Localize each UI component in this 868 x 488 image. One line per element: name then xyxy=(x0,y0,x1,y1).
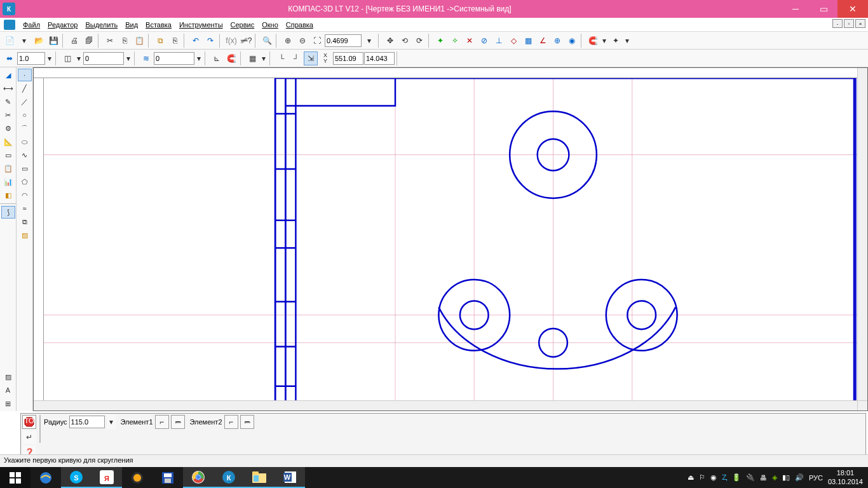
grid-dd[interactable]: ▾ xyxy=(260,51,268,65)
save-task-icon[interactable] xyxy=(153,467,183,488)
geometry-tab-icon[interactable]: ◢ xyxy=(1,69,15,81)
arc-tool-icon[interactable]: ⌒ xyxy=(18,122,32,135)
gather-tool-icon[interactable]: ⧉ xyxy=(18,215,32,228)
linestyle-icon[interactable]: ≋ xyxy=(139,51,153,65)
snap-mid-icon[interactable]: ✧ xyxy=(448,34,462,48)
open-button[interactable]: 📂 xyxy=(32,34,46,48)
explorer-icon[interactable] xyxy=(244,467,275,488)
copy-button[interactable]: ⎘ xyxy=(118,34,132,48)
menu-window[interactable]: Окно xyxy=(258,20,282,30)
aimp-icon[interactable] xyxy=(122,467,153,488)
magnet-icon[interactable]: 🧲 xyxy=(586,34,600,48)
dimensions-tab-icon[interactable]: ⟷ xyxy=(1,82,15,95)
layer-dd[interactable]: ▾ xyxy=(125,51,132,65)
close-button[interactable]: ✕ xyxy=(837,0,868,18)
circle-tool-icon[interactable]: ○ xyxy=(18,109,32,121)
tray-safely-remove-icon[interactable]: ⏏ xyxy=(688,473,694,482)
tray-zona-icon[interactable]: Ⱬ xyxy=(722,473,727,482)
tray-volume-icon[interactable]: 🔊 xyxy=(795,473,804,482)
equidist-tool-icon[interactable]: ≈ xyxy=(18,202,32,215)
kompas-task-icon[interactable]: К xyxy=(214,467,244,488)
elem2-trim-icon[interactable]: ⌐ xyxy=(224,415,238,429)
tray-flag-icon[interactable]: ⚐ xyxy=(699,473,705,482)
rectangle-tool-icon[interactable]: ▭ xyxy=(18,162,32,175)
menu-service[interactable]: Сервис xyxy=(227,20,259,30)
contour-tool-icon[interactable]: ◠ xyxy=(18,189,32,201)
radius-input[interactable] xyxy=(69,416,105,428)
chrome-icon[interactable] xyxy=(183,467,214,488)
zoom-window-button[interactable]: 🔍 xyxy=(260,34,274,48)
auto-create-icon[interactable]: ↵ xyxy=(22,430,36,444)
tray-shield-icon[interactable]: ◉ xyxy=(710,473,717,482)
params-tab-icon[interactable]: ⚙ xyxy=(1,122,15,135)
hatch-tool-icon[interactable]: ▨ xyxy=(1,370,15,383)
segment-tool-icon[interactable]: ／ xyxy=(18,95,32,108)
redo-button[interactable]: ↷ xyxy=(203,34,217,48)
snap-angle-icon[interactable]: ∠ xyxy=(536,34,550,48)
tray-lang[interactable]: РУС xyxy=(809,474,823,482)
new-button[interactable]: 📄 xyxy=(3,34,17,48)
pan-button[interactable]: ✥ xyxy=(383,34,397,48)
maximize-button[interactable]: ▭ xyxy=(810,0,837,18)
ortho-icon[interactable]: ⊾ xyxy=(210,51,224,65)
menu-insert[interactable]: Вставка xyxy=(142,20,175,30)
mdi-minimize[interactable]: - xyxy=(832,19,843,28)
step-icon[interactable]: ⬌ xyxy=(3,51,17,65)
tray-network-icon[interactable]: ▮▯ xyxy=(782,473,790,482)
tray-nvidia-icon[interactable]: ◈ xyxy=(772,473,777,482)
style-dd[interactable]: ▾ xyxy=(195,51,203,65)
skype-icon[interactable]: S xyxy=(61,467,92,488)
menu-tools[interactable]: Инструменты xyxy=(175,20,227,30)
snap-end-icon[interactable]: ✦ xyxy=(433,34,447,48)
tray-battery-icon[interactable]: 🔋 xyxy=(732,473,741,482)
tray-power-icon[interactable]: 🔌 xyxy=(746,473,755,482)
layer-icon[interactable]: ◫ xyxy=(60,51,74,65)
menu-select[interactable]: Выделить xyxy=(81,20,121,30)
zoom-fit-button[interactable]: ⛶ xyxy=(310,34,324,48)
radius-dd[interactable]: ▾ xyxy=(107,415,116,429)
step-dd[interactable]: ▾ xyxy=(46,51,53,65)
fillet-tool-icon[interactable]: ⟆ xyxy=(1,206,15,219)
minimize-button[interactable]: ─ xyxy=(782,0,810,18)
lcs2-icon[interactable]: ┘ xyxy=(289,51,303,65)
style-input[interactable] xyxy=(154,52,194,65)
undo-button[interactable]: ↶ xyxy=(189,34,203,48)
lcs-icon[interactable]: └ xyxy=(275,51,288,65)
reports-tab-icon[interactable]: 📊 xyxy=(1,175,15,188)
magnet-dd[interactable]: ▾ xyxy=(600,34,608,48)
text-tool-icon[interactable]: A xyxy=(1,384,15,396)
preview-button[interactable]: 🗐 xyxy=(82,34,96,48)
coords-icon[interactable]: ⇲ xyxy=(304,51,318,65)
elem1-notrim-icon[interactable]: ⌐̶ xyxy=(171,415,185,429)
stop-button[interactable]: STOP xyxy=(22,415,36,429)
mdi-close[interactable]: × xyxy=(855,19,865,28)
snap-global-icon[interactable]: 🧲 xyxy=(224,51,238,65)
notation-tab-icon[interactable]: ✎ xyxy=(1,95,15,108)
step-input[interactable] xyxy=(17,52,45,65)
snap-tan-icon[interactable]: ⊘ xyxy=(477,34,491,48)
measure-tab-icon[interactable]: 📐 xyxy=(1,135,15,148)
help-button[interactable]: ⧣? xyxy=(239,34,253,48)
snap-settings-icon[interactable]: ✦ xyxy=(609,34,623,48)
copy-props-button[interactable]: ⎘ xyxy=(168,34,182,48)
layer-icon-dd[interactable]: ▾ xyxy=(75,51,83,65)
paste-button[interactable]: 📋 xyxy=(132,34,146,48)
tray-clock[interactable]: 18:01 03.10.2014 xyxy=(828,469,863,485)
snap-cross-icon[interactable]: ✕ xyxy=(463,34,477,48)
snap-near-icon[interactable]: ◇ xyxy=(506,34,520,48)
fx-button[interactable]: f(x) xyxy=(224,34,238,48)
save-button[interactable]: 💾 xyxy=(46,34,60,48)
coord-x-input[interactable] xyxy=(333,52,363,65)
menu-file[interactable]: Файл xyxy=(19,20,44,30)
zoom-dd[interactable]: ▾ xyxy=(362,34,376,48)
snap-norm-icon[interactable]: ⊥ xyxy=(492,34,506,48)
coord-y-input[interactable] xyxy=(364,52,395,65)
table-tool-icon[interactable]: ⊞ xyxy=(1,397,15,410)
grid-icon[interactable]: ▦ xyxy=(245,51,259,65)
scrollbar-vertical[interactable] xyxy=(857,68,867,400)
layer-input[interactable] xyxy=(83,52,124,65)
polygon-tool-icon[interactable]: ⬠ xyxy=(18,175,32,188)
new-dd[interactable]: ▾ xyxy=(17,34,31,48)
start-button[interactable] xyxy=(0,467,31,488)
ellipse-tool-icon[interactable]: ⬭ xyxy=(18,135,32,148)
